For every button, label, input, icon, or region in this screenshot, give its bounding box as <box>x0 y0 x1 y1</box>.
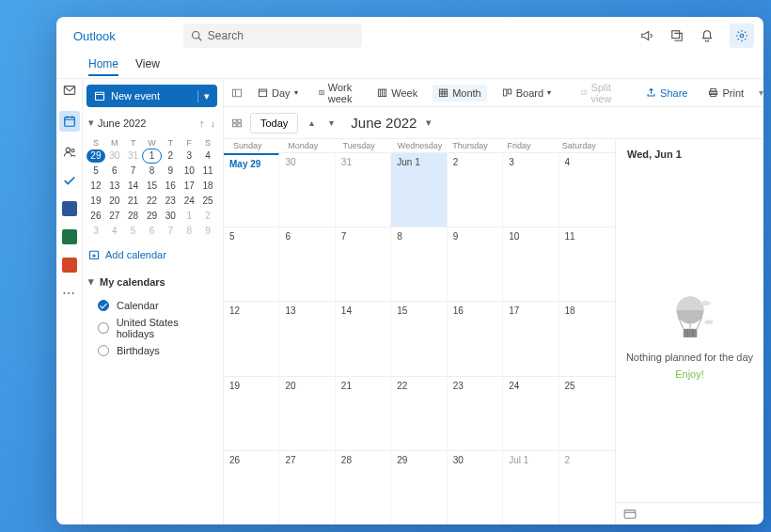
minical-day[interactable]: 5 <box>87 164 105 178</box>
day-cell[interactable]: 2 <box>448 153 503 227</box>
day-cell[interactable]: 15 <box>391 302 447 375</box>
minical-day[interactable]: 6 <box>105 164 124 178</box>
day-cell[interactable]: 21 <box>336 377 391 450</box>
day-cell[interactable]: 10 <box>503 227 559 301</box>
chevron-down-icon[interactable]: ▾ <box>197 90 210 102</box>
sidebar-toggle-icon[interactable] <box>231 87 243 99</box>
prev-month-icon[interactable]: ▴ <box>306 116 318 130</box>
minical-day[interactable]: 3 <box>87 225 105 238</box>
add-calendar-button[interactable]: Add calendar <box>87 243 217 266</box>
minical-day[interactable]: 18 <box>198 180 217 193</box>
settings-icon[interactable] <box>730 23 754 48</box>
week-view-button[interactable]: Week <box>371 85 423 102</box>
minical-day[interactable]: 9 <box>198 225 217 238</box>
chevron-down-icon[interactable]: ▾ <box>88 117 94 129</box>
minical-day[interactable]: 1 <box>143 149 162 163</box>
day-cell[interactable]: 3 <box>503 153 559 227</box>
search-box[interactable]: Search <box>183 23 362 48</box>
day-cell[interactable]: 30 <box>279 153 335 227</box>
my-calendars-header[interactable]: ▾ My calendars <box>87 272 217 291</box>
day-cell[interactable]: 28 <box>336 451 391 524</box>
day-cell[interactable]: 16 <box>448 302 503 375</box>
day-cell[interactable]: 8 <box>391 227 447 301</box>
minical-day[interactable]: 2 <box>161 149 180 163</box>
card-icon[interactable] <box>623 509 637 519</box>
chevron-down-icon[interactable]: ▾ <box>426 117 432 129</box>
minical-day[interactable]: 21 <box>124 195 143 208</box>
minical-day[interactable]: 13 <box>105 180 124 193</box>
minical-day[interactable]: 17 <box>180 180 198 193</box>
day-cell[interactable]: 7 <box>336 227 391 301</box>
day-cell[interactable]: 31 <box>336 153 391 227</box>
minical-day[interactable]: 26 <box>87 210 105 223</box>
calendar-item[interactable]: Birthdays <box>87 342 217 359</box>
next-month-icon[interactable]: ▾ <box>325 116 338 130</box>
bell-icon[interactable] <box>700 28 715 43</box>
app-excel-icon[interactable] <box>62 229 77 244</box>
minical-day[interactable]: 7 <box>124 164 143 178</box>
share-button[interactable]: Share <box>640 85 693 102</box>
day-cell[interactable]: 22 <box>391 377 447 450</box>
checkbox-icon[interactable] <box>98 300 109 311</box>
minical-day[interactable]: 27 <box>105 210 124 223</box>
app-word-icon[interactable] <box>62 201 77 216</box>
day-cell[interactable]: 11 <box>559 227 615 301</box>
tab-home[interactable]: Home <box>88 57 118 76</box>
minical-day[interactable]: 4 <box>105 225 124 238</box>
day-cell[interactable]: 23 <box>448 377 503 450</box>
app-powerpoint-icon[interactable] <box>62 258 77 273</box>
density-icon[interactable] <box>231 117 243 129</box>
open-new-icon[interactable] <box>669 28 684 43</box>
minical-day[interactable]: 14 <box>124 180 143 193</box>
minical-prev-icon[interactable]: ↑ <box>199 117 205 129</box>
day-cell[interactable]: 18 <box>559 302 615 375</box>
minical-day[interactable]: 28 <box>124 210 143 223</box>
minical-day[interactable]: 30 <box>105 149 124 163</box>
tab-view[interactable]: View <box>135 57 160 76</box>
mail-icon[interactable] <box>62 83 77 98</box>
minical-day[interactable]: 29 <box>143 210 162 223</box>
minical-day[interactable]: 11 <box>198 164 217 178</box>
minical-day[interactable]: 24 <box>180 195 198 208</box>
more-apps-icon[interactable]: ⋯ <box>62 286 76 301</box>
day-cell[interactable]: 27 <box>279 451 335 524</box>
minical-day[interactable]: 23 <box>161 195 180 208</box>
minical-day[interactable]: 10 <box>180 164 198 178</box>
today-button[interactable]: Today <box>250 113 298 133</box>
day-cell[interactable]: 2 <box>559 451 615 524</box>
calendar-item[interactable]: Calendar <box>87 297 217 314</box>
day-cell[interactable]: 19 <box>224 377 279 450</box>
split-view-button[interactable]: Split view <box>575 79 622 107</box>
day-cell[interactable]: 13 <box>279 302 335 375</box>
new-event-button[interactable]: New event ▾ <box>87 85 217 107</box>
day-cell[interactable]: 25 <box>559 377 615 450</box>
day-view-button[interactable]: Day▾ <box>252 85 304 102</box>
day-cell[interactable]: 30 <box>448 451 503 524</box>
minical-day[interactable]: 16 <box>161 180 180 193</box>
day-cell[interactable]: 24 <box>503 377 559 450</box>
overflow-icon[interactable]: ▾ <box>759 87 763 98</box>
minical-day[interactable]: 7 <box>161 225 180 238</box>
minical-next-icon[interactable]: ↓ <box>211 117 216 129</box>
minical-day[interactable]: 6 <box>143 225 162 238</box>
minical-day[interactable]: 8 <box>143 164 162 178</box>
calendar-icon[interactable] <box>59 111 80 132</box>
day-cell[interactable]: Jul 1 <box>503 451 559 524</box>
print-button[interactable]: Print <box>702 85 749 102</box>
minical-day[interactable]: 9 <box>161 164 180 178</box>
day-cell[interactable]: 4 <box>559 153 615 227</box>
minical-day[interactable]: 12 <box>87 180 105 193</box>
minical-day[interactable]: 31 <box>124 149 143 163</box>
minical-day[interactable]: 25 <box>198 195 217 208</box>
minical-day[interactable]: 1 <box>180 210 198 223</box>
day-cell[interactable]: 20 <box>279 377 335 450</box>
workweek-view-button[interactable]: Work week <box>313 79 363 107</box>
day-cell[interactable]: 29 <box>391 451 447 524</box>
minical-day[interactable]: 22 <box>143 195 162 208</box>
day-cell[interactable]: May 29 <box>224 153 279 227</box>
people-icon[interactable] <box>62 145 77 160</box>
checkbox-icon[interactable] <box>98 345 109 356</box>
day-cell[interactable]: 14 <box>336 302 391 375</box>
day-cell[interactable]: 17 <box>503 302 559 375</box>
minical-day[interactable]: 8 <box>180 225 198 238</box>
